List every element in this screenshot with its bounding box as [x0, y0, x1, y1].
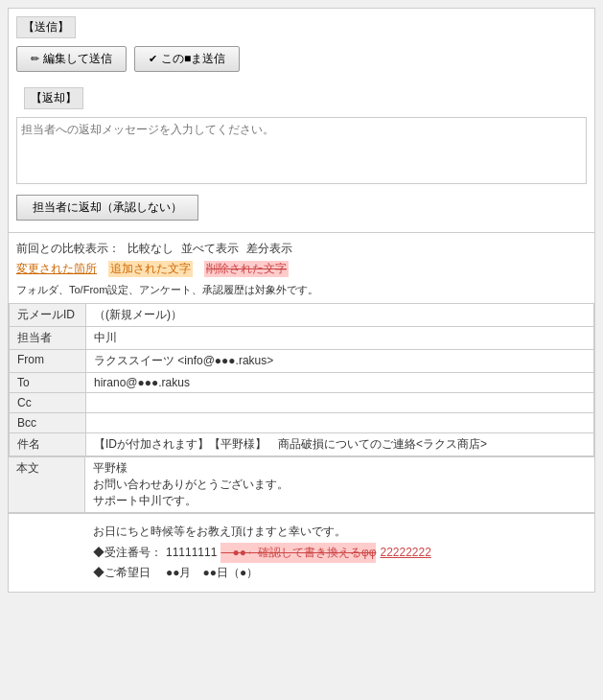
pencil-icon: ✏	[31, 53, 39, 65]
field-label-to: To	[10, 373, 86, 393]
field-value-bcc	[86, 413, 594, 433]
extra-line-1: お日にちと時候等をお教え頂けますと幸いです。	[93, 522, 587, 543]
compare-label: 前回との比較表示：	[16, 241, 120, 257]
table-row: From ラクススイーツ <info@●●●.rakus>	[10, 350, 594, 373]
body-line-3: サポート中川です。	[93, 493, 587, 509]
bullet1-normal: 11111111	[166, 543, 217, 564]
legend-added: 追加された文字	[108, 261, 193, 277]
bullet1-label: ◆受注番号：	[93, 543, 162, 564]
table-row: To hirano@●●●.rakus	[10, 373, 594, 393]
reject-button-wrapper: 担当者に返却（承認しない）	[9, 187, 594, 228]
main-container: 【送信】 ✏ 編集して送信 ✔ この■ま送信 【返却】 担当者に返却（承認しない…	[8, 8, 595, 593]
body-extra: お日にちと時候等をお教え頂けますと幸いです。 ◆受注番号： 11111111 ●…	[9, 513, 594, 592]
bullet2-label: ◆ご希望日	[93, 563, 151, 584]
table-row: Bcc	[10, 413, 594, 433]
legend-section: 変更された箇所 追加された文字 削除された文字	[9, 261, 594, 281]
info-table: 元メールID （(新規メール)） 担当者 中川 From ラクススイーツ <in…	[9, 303, 594, 456]
table-row: 元メールID （(新規メール)）	[10, 304, 594, 327]
bullet1-strikethrough: ●●←確認して書き換えるφφ	[220, 543, 376, 564]
reply-section: 【返却】	[16, 80, 587, 187]
body-label: 本文	[9, 457, 85, 513]
compare-section: 前回との比較表示： 比較なし 並べて表示 差分表示	[9, 237, 594, 261]
body-line-1: 平野様	[93, 460, 587, 477]
compare-option-none[interactable]: 比較なし	[128, 241, 174, 257]
body-top-row: 本文 平野様 お問い合わせありがとうございます。 サポート中川です。	[9, 457, 594, 513]
body-content: 平野様 お問い合わせありがとうございます。 サポート中川です。	[85, 457, 594, 513]
field-value-cc	[86, 393, 594, 413]
divider-1	[9, 232, 594, 233]
send-buttons-row: ✏ 編集して送信 ✔ この■ま送信	[16, 46, 587, 72]
table-row: Cc	[10, 393, 594, 413]
extra-bullet-2: ◆ご希望日 ●●月 ●●日（●）	[93, 563, 587, 584]
body-line-2: お問い合わせありがとうございます。	[93, 477, 587, 493]
check-icon: ✔	[149, 53, 157, 65]
edit-send-label: 編集して送信	[43, 51, 112, 67]
send-as-is-label: この■ま送信	[161, 51, 225, 67]
extra-bullet-1: ◆受注番号： 11111111 ●●←確認して書き換えるφφ 22222222	[93, 543, 587, 564]
bullet2-normal: ●●月 ●●日（●）	[154, 563, 258, 584]
reject-button[interactable]: 担当者に返却（承認しない）	[16, 195, 198, 221]
field-label-assignee: 担当者	[10, 327, 86, 350]
compare-option-side-by-side[interactable]: 並べて表示	[181, 241, 239, 257]
bullet1-end: 22222222	[380, 543, 430, 564]
note-text: フォルダ、To/From設定、アンケート、承認履歴は対象外です。	[9, 281, 594, 303]
field-value-subject: 【IDが付加されます】【平野様】 商品破損についてのご連絡<ラクス商店>	[86, 433, 594, 456]
compare-option-diff[interactable]: 差分表示	[246, 241, 292, 257]
body-section: 本文 平野様 お問い合わせありがとうございます。 サポート中川です。 お日にちと…	[9, 456, 594, 592]
send-section-label: 【送信】	[16, 16, 76, 38]
reply-textarea[interactable]	[16, 117, 587, 184]
field-value-assignee: 中川	[86, 327, 594, 350]
field-value-to: hirano@●●●.rakus	[86, 373, 594, 393]
field-label-subject: 件名	[10, 433, 86, 456]
field-label-from: From	[10, 350, 86, 373]
legend-changed: 変更された箇所	[16, 261, 97, 277]
table-row: 件名 【IDが付加されます】【平野様】 商品破損についてのご連絡<ラクス商店>	[10, 433, 594, 456]
field-value-mail-id: （(新規メール)）	[86, 304, 594, 327]
send-as-is-button[interactable]: ✔ この■ま送信	[134, 46, 240, 72]
table-row: 担当者 中川	[10, 327, 594, 350]
reply-section-label: 【返却】	[24, 87, 83, 109]
field-label-bcc: Bcc	[10, 413, 86, 433]
field-label-cc: Cc	[10, 393, 86, 413]
field-label-mail-id: 元メールID	[10, 304, 86, 327]
field-value-from: ラクススイーツ <info@●●●.rakus>	[86, 350, 594, 373]
legend-deleted: 削除された文字	[204, 261, 289, 277]
edit-send-button[interactable]: ✏ 編集して送信	[16, 46, 127, 72]
